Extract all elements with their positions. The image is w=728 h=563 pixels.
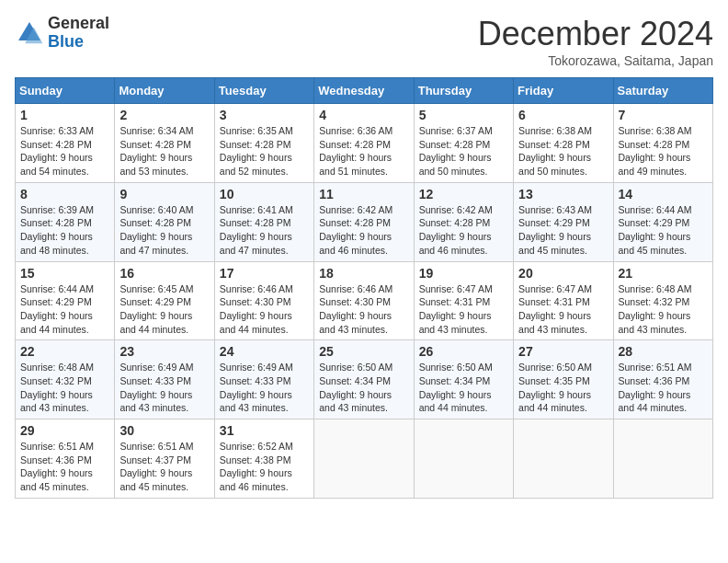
day-info: Sunrise: 6:50 AMSunset: 4:34 PMDaylight:…	[419, 361, 508, 415]
day-info: Sunrise: 6:47 AMSunset: 4:31 PMDaylight:…	[518, 282, 608, 337]
col-header-tuesday: Tuesday	[214, 78, 313, 104]
calendar-cell: 19Sunrise: 6:47 AMSunset: 4:31 PMDayligh…	[414, 261, 513, 340]
title-block: December 2024 Tokorozawa, Saitama, Japan	[478, 15, 713, 68]
calendar-week-row: 15Sunrise: 6:44 AMSunset: 4:29 PMDayligh…	[16, 261, 713, 340]
day-info: Sunrise: 6:50 AMSunset: 4:35 PMDaylight:…	[518, 361, 608, 415]
day-number: 19	[419, 266, 508, 281]
calendar-cell: 11Sunrise: 6:42 AMSunset: 4:28 PMDayligh…	[314, 182, 414, 261]
day-number: 22	[20, 344, 109, 359]
location: Tokorozawa, Saitama, Japan	[478, 53, 713, 68]
day-info: Sunrise: 6:34 AMSunset: 4:28 PMDaylight:…	[119, 124, 209, 178]
day-info: Sunrise: 6:37 AMSunset: 4:28 PMDaylight:…	[419, 124, 508, 178]
calendar-week-row: 29Sunrise: 6:51 AMSunset: 4:36 PMDayligh…	[16, 419, 713, 499]
calendar-week-row: 8Sunrise: 6:39 AMSunset: 4:28 PMDaylight…	[16, 182, 713, 261]
page-header: General Blue December 2024 Tokorozawa, S…	[15, 15, 713, 68]
day-number: 8	[20, 187, 109, 201]
day-info: Sunrise: 6:49 AMSunset: 4:33 PMDaylight:…	[119, 361, 209, 415]
day-info: Sunrise: 6:33 AMSunset: 4:28 PMDaylight:…	[20, 124, 109, 178]
day-number: 13	[518, 187, 608, 201]
day-number: 24	[220, 344, 309, 359]
day-info: Sunrise: 6:52 AMSunset: 4:38 PMDaylight:…	[220, 440, 309, 494]
day-info: Sunrise: 6:38 AMSunset: 4:28 PMDaylight:…	[619, 124, 708, 178]
day-info: Sunrise: 6:48 AMSunset: 4:32 PMDaylight:…	[619, 282, 708, 337]
day-number: 18	[319, 266, 408, 281]
day-number: 23	[119, 344, 209, 359]
calendar-cell: 2Sunrise: 6:34 AMSunset: 4:28 PMDaylight…	[115, 104, 214, 183]
col-header-monday: Monday	[115, 78, 214, 104]
day-info: Sunrise: 6:48 AMSunset: 4:32 PMDaylight:…	[20, 361, 109, 415]
col-header-thursday: Thursday	[414, 78, 513, 104]
calendar-table: SundayMondayTuesdayWednesdayThursdayFrid…	[15, 77, 713, 499]
day-number: 21	[619, 266, 708, 281]
calendar-cell	[613, 419, 712, 499]
logo-icon	[15, 18, 44, 48]
logo-general-text: General	[48, 15, 109, 33]
day-number: 25	[319, 344, 408, 359]
calendar-cell: 16Sunrise: 6:45 AMSunset: 4:29 PMDayligh…	[115, 261, 214, 340]
calendar-cell: 28Sunrise: 6:51 AMSunset: 4:36 PMDayligh…	[613, 340, 712, 419]
day-info: Sunrise: 6:35 AMSunset: 4:28 PMDaylight:…	[220, 124, 309, 178]
month-title: December 2024	[478, 15, 713, 53]
calendar-cell: 25Sunrise: 6:50 AMSunset: 4:34 PMDayligh…	[314, 340, 414, 419]
col-header-friday: Friday	[514, 78, 613, 104]
day-info: Sunrise: 6:46 AMSunset: 4:30 PMDaylight:…	[220, 282, 309, 337]
calendar-cell	[514, 419, 613, 499]
day-number: 11	[319, 187, 408, 201]
day-info: Sunrise: 6:50 AMSunset: 4:34 PMDaylight:…	[319, 361, 408, 415]
day-number: 29	[20, 423, 109, 438]
calendar-cell: 7Sunrise: 6:38 AMSunset: 4:28 PMDaylight…	[613, 104, 712, 183]
calendar-cell	[314, 419, 414, 499]
day-info: Sunrise: 6:44 AMSunset: 4:29 PMDaylight:…	[619, 203, 708, 258]
day-info: Sunrise: 6:43 AMSunset: 4:29 PMDaylight:…	[518, 203, 608, 258]
day-number: 26	[419, 344, 508, 359]
day-info: Sunrise: 6:46 AMSunset: 4:30 PMDaylight:…	[319, 282, 408, 337]
logo-blue-text: Blue	[48, 33, 109, 52]
calendar-header-row: SundayMondayTuesdayWednesdayThursdayFrid…	[16, 78, 713, 104]
calendar-cell: 13Sunrise: 6:43 AMSunset: 4:29 PMDayligh…	[514, 182, 613, 261]
day-number: 30	[119, 423, 209, 438]
calendar-week-row: 1Sunrise: 6:33 AMSunset: 4:28 PMDaylight…	[16, 104, 713, 183]
calendar-cell: 20Sunrise: 6:47 AMSunset: 4:31 PMDayligh…	[514, 261, 613, 340]
day-number: 5	[419, 108, 508, 122]
day-number: 14	[619, 187, 708, 201]
calendar-cell: 15Sunrise: 6:44 AMSunset: 4:29 PMDayligh…	[16, 261, 115, 340]
day-number: 28	[619, 344, 708, 359]
day-number: 9	[119, 187, 209, 201]
calendar-cell: 6Sunrise: 6:38 AMSunset: 4:28 PMDaylight…	[514, 104, 613, 183]
calendar-cell: 23Sunrise: 6:49 AMSunset: 4:33 PMDayligh…	[115, 340, 214, 419]
calendar-cell: 10Sunrise: 6:41 AMSunset: 4:28 PMDayligh…	[214, 182, 313, 261]
day-info: Sunrise: 6:42 AMSunset: 4:28 PMDaylight:…	[419, 203, 508, 258]
calendar-cell: 1Sunrise: 6:33 AMSunset: 4:28 PMDaylight…	[16, 104, 115, 183]
day-info: Sunrise: 6:40 AMSunset: 4:28 PMDaylight:…	[119, 203, 209, 258]
logo-text: General Blue	[48, 15, 109, 52]
calendar-cell	[414, 419, 513, 499]
day-number: 2	[119, 108, 209, 122]
day-number: 15	[20, 266, 109, 281]
calendar-cell: 29Sunrise: 6:51 AMSunset: 4:36 PMDayligh…	[16, 419, 115, 499]
day-number: 31	[220, 423, 309, 438]
day-number: 17	[220, 266, 309, 281]
day-number: 4	[319, 108, 408, 122]
day-number: 20	[518, 266, 608, 281]
calendar-cell: 17Sunrise: 6:46 AMSunset: 4:30 PMDayligh…	[214, 261, 313, 340]
day-info: Sunrise: 6:51 AMSunset: 4:37 PMDaylight:…	[119, 440, 209, 494]
calendar-cell: 14Sunrise: 6:44 AMSunset: 4:29 PMDayligh…	[613, 182, 712, 261]
calendar-cell: 5Sunrise: 6:37 AMSunset: 4:28 PMDaylight…	[414, 104, 513, 183]
day-info: Sunrise: 6:44 AMSunset: 4:29 PMDaylight:…	[20, 282, 109, 337]
day-number: 6	[518, 108, 608, 122]
day-info: Sunrise: 6:36 AMSunset: 4:28 PMDaylight:…	[319, 124, 408, 178]
day-info: Sunrise: 6:38 AMSunset: 4:28 PMDaylight:…	[518, 124, 608, 178]
col-header-wednesday: Wednesday	[314, 78, 414, 104]
col-header-saturday: Saturday	[613, 78, 712, 104]
calendar-cell: 27Sunrise: 6:50 AMSunset: 4:35 PMDayligh…	[514, 340, 613, 419]
day-number: 7	[619, 108, 708, 122]
calendar-cell: 18Sunrise: 6:46 AMSunset: 4:30 PMDayligh…	[314, 261, 414, 340]
calendar-cell: 12Sunrise: 6:42 AMSunset: 4:28 PMDayligh…	[414, 182, 513, 261]
day-number: 3	[220, 108, 309, 122]
calendar-cell: 26Sunrise: 6:50 AMSunset: 4:34 PMDayligh…	[414, 340, 513, 419]
day-number: 16	[119, 266, 209, 281]
day-info: Sunrise: 6:47 AMSunset: 4:31 PMDaylight:…	[419, 282, 508, 337]
day-info: Sunrise: 6:51 AMSunset: 4:36 PMDaylight:…	[20, 440, 109, 494]
logo: General Blue	[15, 15, 109, 52]
col-header-sunday: Sunday	[16, 78, 115, 104]
